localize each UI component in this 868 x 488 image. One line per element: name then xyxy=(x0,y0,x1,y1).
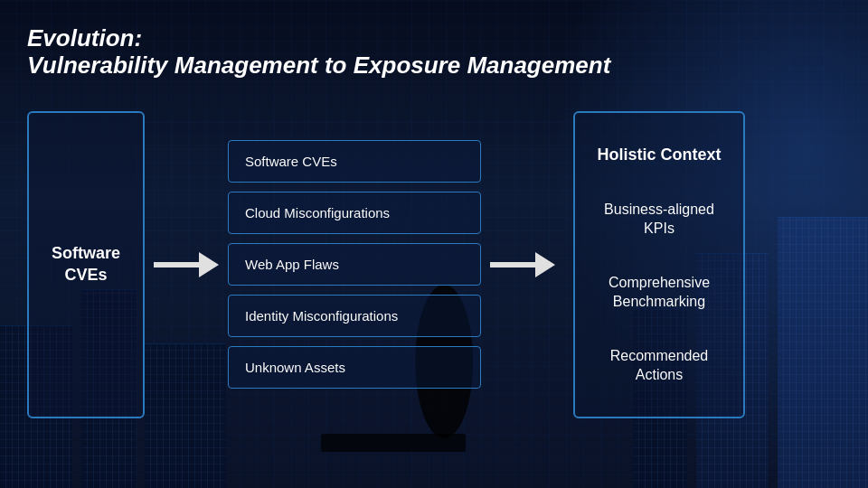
left-box-label: Software CVEs xyxy=(29,234,143,295)
left-box-software-cves: Software CVEs xyxy=(27,111,145,418)
middle-item-0: Software CVEs xyxy=(228,140,481,183)
right-item-1: Business-aligned KPIs xyxy=(593,201,725,239)
right-item-3: Recommended Actions xyxy=(593,347,725,385)
middle-item-3: Identity Misconfigurations xyxy=(228,295,481,337)
diagram: Software CVEs Software CVEs Cloud Miscon… xyxy=(27,98,841,432)
right-item-2: Comprehensive Benchmarking xyxy=(593,274,725,312)
middle-column: Software CVEs Cloud Misconfigurations We… xyxy=(228,140,481,389)
right-item-0: Holistic Context xyxy=(593,145,725,165)
arrow-head-right xyxy=(535,252,555,277)
arrow-head-left xyxy=(199,252,219,277)
arrow-shape-right xyxy=(490,252,555,277)
title-section: Evolution: Vulnerability Management to E… xyxy=(27,25,841,80)
arrow-line-right xyxy=(490,262,535,267)
middle-item-1: Cloud Misconfigurations xyxy=(228,192,481,234)
arrow-left xyxy=(154,252,219,277)
arrow-shape-left xyxy=(154,252,219,277)
arrow-right xyxy=(490,252,555,277)
title-line1: Evolution: xyxy=(27,25,841,52)
right-column: Holistic Context Business-aligned KPIs C… xyxy=(573,111,745,418)
title-line2: Vulnerability Management to Exposure Man… xyxy=(27,52,841,80)
main-content: Evolution: Vulnerability Management to E… xyxy=(0,0,868,488)
middle-item-2: Web App Flaws xyxy=(228,243,481,286)
middle-item-4: Unknown Assets xyxy=(228,346,481,389)
arrow-line-left xyxy=(154,262,199,267)
